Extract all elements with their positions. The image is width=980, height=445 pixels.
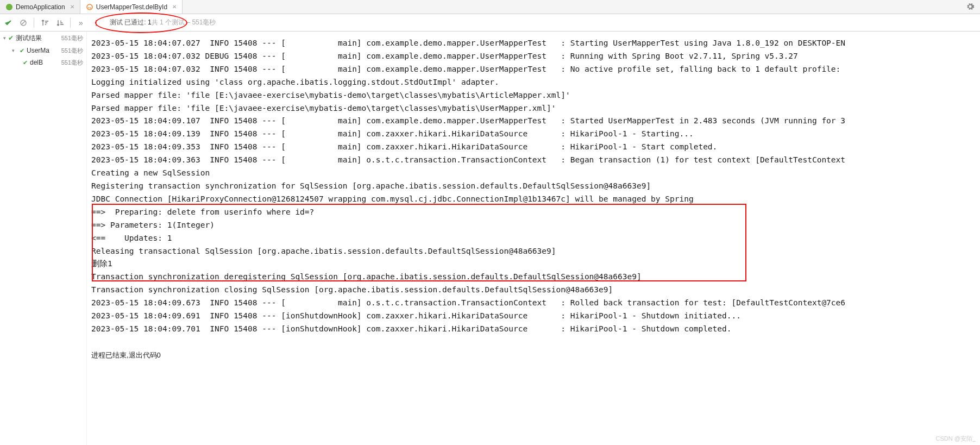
- tree-root-time: 551毫秒: [61, 34, 83, 42]
- tab-usermappertest[interactable]: UserMapperTest.delById ✕: [80, 0, 183, 14]
- tree-item-time: 551毫秒: [61, 47, 83, 55]
- close-icon[interactable]: ✕: [172, 4, 177, 10]
- svg-line-3: [22, 21, 26, 24]
- console-line: 2023-05-15 18:04:09.353 INFO 15408 --- […: [91, 141, 980, 154]
- console-line: Creating a new SqlSession: [91, 167, 980, 180]
- console-line: ==> Preparing: delete from userinfo wher…: [91, 206, 980, 219]
- exit-line: 进程已结束,退出代码0: [91, 349, 980, 362]
- console-line: ==> Parameters: 1(Integer): [91, 219, 980, 232]
- sort-desc-icon[interactable]: [54, 17, 66, 29]
- console-line: 2023-05-15 18:04:09.691 INFO 15408 --- […: [91, 310, 980, 323]
- console-line: 删除1: [91, 258, 980, 271]
- tree-item-label: UserMa: [27, 47, 49, 54]
- console-line: Registering transaction synchronization …: [91, 180, 980, 193]
- tab-label: DemoApplication: [16, 3, 65, 11]
- tree-item-usermapper[interactable]: ▾ ✔ UserMa 551毫秒: [0, 45, 86, 57]
- console-line: <== Updates: 1: [91, 232, 980, 245]
- console-line: 2023-05-15 18:04:07.027 INFO 15408 --- […: [91, 37, 980, 50]
- console-line: 2023-05-15 18:04:07.032 DEBUG 15408 --- …: [91, 50, 980, 63]
- console-line: 2023-05-15 18:04:09.107 INFO 15408 --- […: [91, 115, 980, 128]
- separator: [34, 18, 34, 28]
- watermark: CSDN @安陌_: [935, 435, 976, 443]
- test-tree-pane: ▾ ✔ 测试结果 551毫秒 ▾ ✔ UserMa 551毫秒 ✔ delB 5…: [0, 32, 87, 445]
- cancel-icon[interactable]: [17, 17, 29, 29]
- gear-icon[interactable]: [966, 2, 975, 13]
- tree-root[interactable]: ▾ ✔ 测试结果 551毫秒: [0, 32, 86, 45]
- pass-icon: ✔: [23, 59, 28, 66]
- summary-total: 共 1 个测试: [152, 18, 185, 26]
- separator: [70, 18, 71, 28]
- spring-icon: [5, 3, 13, 11]
- tab-demoapplication[interactable]: DemoApplication ✕: [0, 0, 80, 14]
- console-line: Parsed mapper file: 'file [E:\javaee-exe…: [91, 102, 980, 115]
- pass-icon: ✔: [20, 47, 24, 54]
- console-output[interactable]: 2023-05-15 18:04:07.027 INFO 15408 --- […: [87, 32, 980, 445]
- pass-icon: ✔: [8, 34, 14, 42]
- chevron-down-icon: ▾: [3, 35, 6, 41]
- more-icon[interactable]: »: [75, 17, 87, 29]
- main-split: ▾ ✔ 测试结果 551毫秒 ▾ ✔ UserMa 551毫秒 ✔ delB 5…: [0, 32, 980, 445]
- console-line: 2023-05-15 18:04:09.139 INFO 15408 --- […: [91, 128, 980, 141]
- summary-time: – 551毫秒: [185, 18, 216, 26]
- sort-asc-icon[interactable]: [39, 17, 51, 29]
- console-line: JDBC Connection [HikariProxyConnection@1…: [91, 193, 980, 206]
- console-line: Parsed mapper file: 'file [E:\javaee-exe…: [91, 89, 980, 102]
- console-line: 2023-05-15 18:04:09.701 INFO 15408 --- […: [91, 323, 980, 336]
- console-line: Transaction synchronization deregisterin…: [91, 271, 980, 284]
- test-summary: 测试 已通过: 1共 1 个测试 – 551毫秒: [110, 18, 216, 27]
- close-icon[interactable]: ✕: [70, 4, 74, 10]
- console-line: Releasing transactional SqlSession [org.…: [91, 245, 980, 258]
- console-line: 2023-05-15 18:04:09.363 INFO 15408 --- […: [91, 154, 980, 167]
- console-line: Logging initialized using 'class org.apa…: [91, 76, 980, 89]
- tree-item-time: 551毫秒: [61, 59, 83, 67]
- summary-prefix: 测试 已通过:: [110, 18, 148, 26]
- tree-root-label: 测试结果: [16, 34, 42, 43]
- check-icon[interactable]: [2, 17, 14, 29]
- console-line: Transaction synchronization closing SqlS…: [91, 284, 980, 297]
- chevron-down-icon: ▾: [12, 48, 17, 53]
- svg-point-1: [87, 4, 92, 10]
- tab-label: UserMapperTest.delById: [96, 3, 167, 11]
- test-icon: [86, 3, 93, 11]
- test-toolbar: » ⋮ 测试 已通过: 1共 1 个测试 – 551毫秒: [0, 14, 980, 32]
- vdots-icon[interactable]: ⋮: [90, 17, 102, 29]
- console-line: 2023-05-15 18:04:07.032 INFO 15408 --- […: [91, 63, 980, 76]
- tree-item-delbyid[interactable]: ✔ delB 551毫秒: [0, 57, 86, 68]
- svg-point-0: [6, 4, 12, 10]
- editor-tabs-bar: DemoApplication ✕ UserMapperTest.delById…: [0, 0, 980, 14]
- tree-item-label: delB: [30, 59, 43, 66]
- console-line: 2023-05-15 18:04:09.673 INFO 15408 --- […: [91, 297, 980, 310]
- summary-pass-count: 1: [148, 18, 152, 26]
